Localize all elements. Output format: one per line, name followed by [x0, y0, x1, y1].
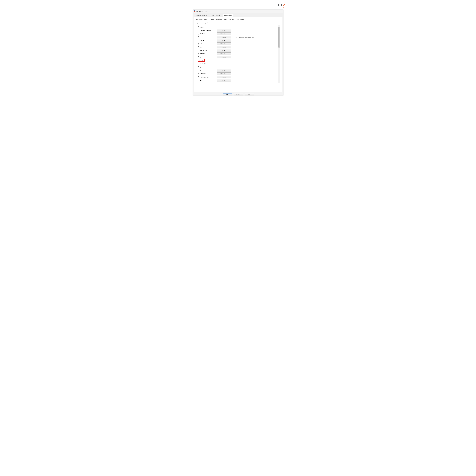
- rules-list: CTIQBECloud Web SecurityConfigure...DCER…: [197, 25, 280, 82]
- inner-panel: Protocol InspectionConnection SettingsQo…: [194, 17, 282, 92]
- rule-label-cell: ILS: [198, 66, 217, 68]
- rule-button-cell: Configure...: [217, 29, 232, 32]
- rule-label-cell: DCERPC: [198, 33, 217, 34]
- rule-checkbox-ctiqbe[interactable]: [198, 26, 199, 28]
- rule-checkbox-icmp[interactable]: [198, 60, 200, 61]
- rule-label-cell: ICMP: [198, 59, 217, 62]
- rule-row-dns: DNSConfigure...DNS Inspect Map: preset_d…: [198, 35, 280, 39]
- rule-row-ctiqbe: CTIQBE: [198, 25, 280, 29]
- rule-label: IPv6: [200, 80, 202, 81]
- rule-label-cell: ICMP Error: [198, 63, 217, 65]
- rule-row-cloud-web-security: Cloud Web SecurityConfigure...: [198, 29, 280, 32]
- svg-rect-2: [194, 11, 195, 11]
- ok-button[interactable]: OK: [223, 93, 232, 96]
- rule-label-cell: CTIQBE: [198, 26, 217, 28]
- scroll-up-arrow-icon[interactable]: ▴: [278, 25, 280, 27]
- rule-row-icmp-error: ICMP Error: [198, 62, 280, 65]
- rule-label: ICMP: [200, 60, 204, 61]
- rule-label: IM: [200, 70, 201, 71]
- rule-row-ipv6: IPv6Configure...: [198, 79, 280, 82]
- close-icon[interactable]: ✕: [279, 10, 283, 12]
- rule-label: ESMTP: [200, 40, 204, 41]
- scroll-down-arrow-icon[interactable]: ▾: [278, 81, 280, 83]
- rule-label: CTIQBE: [200, 26, 204, 28]
- rule-checkbox-h-323-ras[interactable]: [198, 53, 199, 54]
- outer-tab-traffic-classification[interactable]: Traffic Classification: [194, 14, 209, 17]
- rule-label: H.323 H.225: [200, 50, 207, 51]
- rule-button-cell: Configure...: [217, 42, 232, 45]
- rule-checkbox-im[interactable]: [198, 70, 199, 71]
- configure-button-ipv6: Configure...: [217, 79, 231, 82]
- rule-row-gtp: GTPConfigure...: [198, 45, 280, 49]
- rule-checkbox-cloud-web-security[interactable]: [198, 30, 199, 31]
- rule-checkbox-ipsec-pass-thru[interactable]: [198, 76, 199, 78]
- inner-tab-qos[interactable]: QoS: [223, 18, 228, 21]
- vertical-scrollbar[interactable]: ▴ ▾: [278, 25, 280, 83]
- rule-label-cell: IP-Options: [198, 73, 217, 74]
- rule-label: GTP: [200, 46, 202, 48]
- rule-label-cell: HTTP: [198, 56, 217, 58]
- rule-checkbox-ip-options[interactable]: [198, 73, 199, 74]
- rule-checkbox-ftp[interactable]: [198, 43, 199, 44]
- rule-checkbox-h-323-h-225[interactable]: [198, 50, 199, 51]
- rule-label: DCERPC: [200, 33, 205, 34]
- rule-info: DNS Inspect Map: preset_dns_map: [232, 36, 280, 38]
- outer-tab-default-inspections[interactable]: Default Inspections: [209, 14, 223, 17]
- inner-tab-user-statistics[interactable]: User Statistics: [236, 18, 247, 21]
- rule-row-ip-options: IP-OptionsConfigure...: [198, 72, 280, 75]
- configure-button-esmtp[interactable]: Configure...: [217, 39, 231, 42]
- configure-button-cloud-web-security: Configure...: [217, 29, 231, 32]
- rule-label-cell: IPSec-Pass-Thru: [198, 76, 217, 78]
- rule-row-ipsec-pass-thru: IPSec-Pass-ThruConfigure...: [198, 75, 280, 79]
- outer-tab-rule-actions[interactable]: Rule Actions: [223, 14, 233, 17]
- select-all-label: Select all inspection rules: [199, 22, 212, 24]
- rule-row-h-323-ras: H.323 RASConfigure...: [198, 52, 280, 55]
- configure-button-ftp[interactable]: Configure...: [217, 42, 231, 45]
- help-button[interactable]: Help: [245, 93, 254, 96]
- configure-button-im: Configure...: [217, 69, 231, 72]
- select-all-checkbox[interactable]: [197, 22, 198, 24]
- rule-label-cell: IPv6: [198, 80, 217, 81]
- rule-checkbox-ipv6[interactable]: [198, 80, 199, 81]
- rule-label-cell: H.323 H.225: [198, 50, 217, 51]
- rule-row-esmtp: ESMTPConfigure...: [198, 39, 280, 42]
- rule-label: DNS: [200, 36, 202, 38]
- rule-label-cell: DNS: [198, 36, 217, 38]
- rule-label-cell: FTP: [198, 43, 217, 44]
- rule-checkbox-gtp[interactable]: [198, 47, 199, 48]
- rule-row-im: IMConfigure...: [198, 69, 280, 72]
- cancel-button[interactable]: Cancel: [234, 93, 243, 96]
- inner-tab-protocol-inspection[interactable]: Protocol Inspection: [195, 18, 209, 21]
- rule-label: FTP: [200, 43, 202, 44]
- configure-button-h-323-h-225[interactable]: Configure...: [217, 49, 231, 52]
- rule-checkbox-dns[interactable]: [198, 36, 199, 38]
- rule-button-cell: Configure...: [217, 56, 232, 58]
- rules-scroll-panel: CTIQBECloud Web SecurityConfigure...DCER…: [197, 25, 280, 83]
- inner-tab-netflow[interactable]: NetFlow: [228, 18, 236, 21]
- configure-button-h-323-ras[interactable]: Configure...: [217, 52, 231, 55]
- rule-row-ftp: FTPConfigure...: [198, 42, 280, 45]
- dialog-window: Edit Service Policy Rule ✕ Traffic Class…: [193, 10, 283, 95]
- configure-button-ip-options[interactable]: Configure...: [217, 72, 231, 75]
- brand-logo: PIVIT: [278, 3, 290, 7]
- rule-button-cell: Configure...: [217, 46, 232, 49]
- dialog-title: Edit Service Policy Rule: [196, 10, 210, 12]
- scroll-thumb[interactable]: [278, 27, 280, 48]
- rule-checkbox-dcerpc[interactable]: [198, 33, 199, 34]
- inner-tab-row: Protocol InspectionConnection SettingsQo…: [195, 18, 282, 21]
- rule-label: HTTP: [200, 56, 203, 58]
- rule-checkbox-http[interactable]: [198, 56, 199, 58]
- rule-label: Cloud Web Security: [200, 30, 211, 31]
- inner-tab-connection-settings[interactable]: Connection Settings: [209, 18, 223, 21]
- rule-checkbox-esmtp[interactable]: [198, 40, 199, 41]
- rule-button-cell: Configure...: [217, 69, 232, 72]
- rule-button-cell: Configure...: [217, 76, 232, 78]
- rule-checkbox-icmp-error[interactable]: [198, 63, 199, 65]
- rule-checkbox-ils[interactable]: [198, 67, 199, 68]
- configure-button-dns[interactable]: Configure...: [217, 36, 231, 38]
- rule-label-cell: GTP: [198, 46, 217, 48]
- select-all-row: Select all inspection rules: [197, 22, 281, 24]
- outer-tab-row: Traffic ClassificationDefault Inspection…: [193, 13, 283, 17]
- rule-button-cell: Configure...: [217, 39, 232, 42]
- configure-button-ipsec-pass-thru: Configure...: [217, 76, 231, 78]
